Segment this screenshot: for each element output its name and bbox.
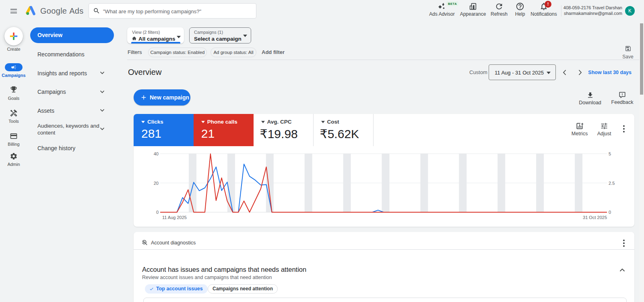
svg-text:40: 40	[154, 151, 159, 156]
svg-text:0: 0	[609, 210, 611, 215]
svg-text:11 Aug 2025: 11 Aug 2025	[162, 215, 187, 220]
svg-text:2.5: 2.5	[609, 181, 615, 186]
svg-text:20: 20	[154, 181, 159, 186]
svg-text:31 Oct 2025: 31 Oct 2025	[583, 215, 607, 220]
svg-text:0: 0	[156, 210, 159, 215]
svg-text:5: 5	[609, 151, 611, 156]
